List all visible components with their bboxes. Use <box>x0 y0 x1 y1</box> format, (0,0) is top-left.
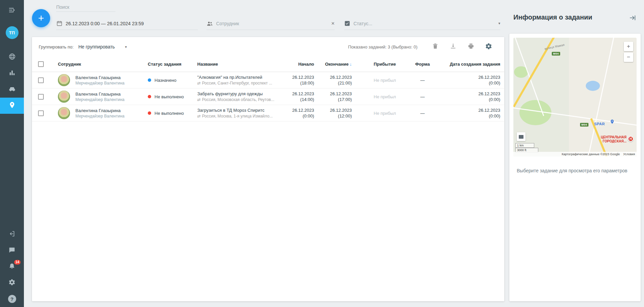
map[interactable]: вулиця Мамая М04 М04 SPAR ЦЕНТРАЛЬНАЯ ГО… <box>513 38 637 157</box>
row-checkbox[interactable] <box>38 77 44 83</box>
task-arrival: Не прибыл <box>355 111 406 116</box>
sidebar-item-web[interactable] <box>0 49 24 65</box>
calendar-icon <box>56 20 63 27</box>
employee-filter-input[interactable] <box>216 21 328 26</box>
map-attribution-text: Картографические данные ©2023 Google <box>562 152 620 156</box>
sidebar-item-notifications[interactable]: 14 <box>0 259 24 275</box>
status-dot <box>148 78 151 82</box>
table-settings-button[interactable] <box>480 43 498 51</box>
task-address: Россия, Московская область, Реутов... <box>202 97 274 102</box>
download-icon <box>450 43 456 51</box>
task-title: Забрать фурнитуру для одежды <box>197 91 286 96</box>
notification-badge: 14 <box>14 260 21 265</box>
map-terms-link[interactable]: Условия <box>623 152 635 156</box>
employee-role: Мерчендайзер Валентина <box>75 81 125 86</box>
chevron-down-icon: ▾ <box>125 45 127 49</box>
add-task-button[interactable]: + <box>32 9 50 27</box>
location-pin-icon <box>8 101 16 110</box>
map-hospital-marker: H <box>628 136 634 142</box>
plus-icon: + <box>38 12 44 24</box>
column-start[interactable]: Начало <box>288 62 317 67</box>
employee-role: Мерчендайзер Валентина <box>75 114 125 118</box>
group-by-label: Группировать по: <box>39 44 74 49</box>
gear-icon <box>485 43 492 51</box>
table-row[interactable]: Валентина Глазырина Мерчендайзер Валенти… <box>32 72 504 89</box>
map-scale-km: 1 km <box>515 143 534 148</box>
row-checkbox[interactable] <box>38 94 44 100</box>
sidebar-item-chat[interactable] <box>0 242 24 259</box>
employee-name: Валентина Глазырина <box>75 92 125 97</box>
column-end[interactable]: Окончание↓ <box>317 62 355 67</box>
column-created[interactable]: Дата создания задания <box>439 62 504 67</box>
task-form: — <box>406 94 439 99</box>
employee-name: Валентина Глазырина <box>75 75 125 80</box>
table-header: Сотрудник Статус задания Название Начало… <box>32 57 504 72</box>
column-arrival[interactable]: Прибытие <box>355 62 406 67</box>
select-all-checkbox[interactable] <box>38 61 44 67</box>
task-form: — <box>406 111 439 116</box>
column-status[interactable]: Статус задания <box>146 62 195 67</box>
collapse-panel-icon <box>629 17 636 23</box>
delete-button[interactable] <box>426 43 444 51</box>
task-start: 26.12.2023(18:00) <box>288 75 317 86</box>
sidebar-item-logout[interactable] <box>0 226 24 242</box>
gear-icon <box>8 279 15 287</box>
map-street-label: вулиця Мамая <box>544 43 565 50</box>
map-layers-button[interactable] <box>517 132 526 141</box>
download-button[interactable] <box>444 43 462 51</box>
sidebar-item-settings[interactable] <box>0 275 24 291</box>
sidebar-item-help[interactable]: ? <box>0 291 24 307</box>
sort-desc-icon: ↓ <box>350 62 352 67</box>
chevron-down-icon[interactable]: ▾ <box>498 21 500 26</box>
sidebar-item-tasks[interactable] <box>0 98 24 114</box>
route-icon: ⇄ <box>197 114 201 118</box>
sidebar: ТП 14 <box>0 0 24 307</box>
checkbox-checked-icon <box>344 20 350 27</box>
user-avatar[interactable]: ТП <box>6 26 19 39</box>
tasks-card: Группировать по: Не группировать ▾ Показ… <box>32 37 504 301</box>
map-zoom-in-button[interactable]: + <box>624 42 633 51</box>
task-start: 26.12.2023(0:00) <box>288 108 317 118</box>
map-zoom-out-button[interactable]: − <box>624 53 633 62</box>
task-arrival: Не прибыл <box>355 78 406 83</box>
task-address: Россия, Санкт-Петербург, проспект ... <box>202 81 272 86</box>
map-route-badge: М04 <box>552 52 560 56</box>
task-address: Россия, Москва, 1-я улица Измайло... <box>202 114 273 118</box>
task-title: "Алкомагия" на пр.Испытателей <box>197 75 286 80</box>
group-by-select[interactable]: Не группировать ▾ <box>78 44 127 49</box>
user-initials: ТП <box>9 30 15 35</box>
map-pond <box>586 81 600 91</box>
clear-employee-icon[interactable]: × <box>331 21 335 26</box>
employee-filter-field: × <box>206 19 335 30</box>
sidebar-item-reports[interactable] <box>0 65 24 81</box>
map-hospital-label: ЦЕНТРАЛЬНАЯ ГОРОДСКАЯ... <box>593 135 626 143</box>
task-created: 26.12.2023(0:00) <box>439 91 504 102</box>
employee-avatar <box>58 107 70 119</box>
task-start: 26.12.2023(14:00) <box>288 91 317 102</box>
bar-chart-icon <box>8 69 16 78</box>
task-info-panel: вулиця Мамая М04 М04 SPAR ЦЕНТРАЛЬНАЯ ГО… <box>509 34 641 301</box>
group-by-value: Не группировать <box>78 44 115 49</box>
sidebar-item-vehicles[interactable] <box>0 81 24 98</box>
print-button[interactable] <box>462 43 480 51</box>
date-range-input[interactable] <box>66 21 198 26</box>
collapse-panel-button[interactable] <box>629 14 636 23</box>
trash-icon <box>432 43 439 51</box>
task-end: 26.12.2023(12:00) <box>317 108 355 118</box>
toolbar-right: Показано заданий: 3 (Выбрано: 0) <box>348 43 498 51</box>
panel-title: Информация о задании <box>513 13 592 21</box>
column-form[interactable]: Форма <box>406 62 439 67</box>
status-filter-input[interactable] <box>353 21 495 26</box>
sidebar-toggle-button[interactable] <box>0 3 24 18</box>
table-row[interactable]: Валентина Глазырина Мерчендайзер Валенти… <box>32 89 504 105</box>
table-row[interactable]: Валентина Глазырина Мерчендайзер Валенти… <box>32 105 504 122</box>
row-checkbox[interactable] <box>38 110 44 116</box>
status-label: Не выполнено <box>155 94 184 99</box>
task-title: Загрузиться в ТД Мороз Спиритс <box>197 108 286 113</box>
status-filter-field: ▾ <box>344 19 500 30</box>
map-store-label: SPAR <box>594 122 605 126</box>
search-input[interactable] <box>56 3 115 12</box>
column-employee[interactable]: Сотрудник <box>49 62 146 67</box>
route-icon: ⇄ <box>197 81 201 86</box>
column-title[interactable]: Название <box>195 62 288 67</box>
